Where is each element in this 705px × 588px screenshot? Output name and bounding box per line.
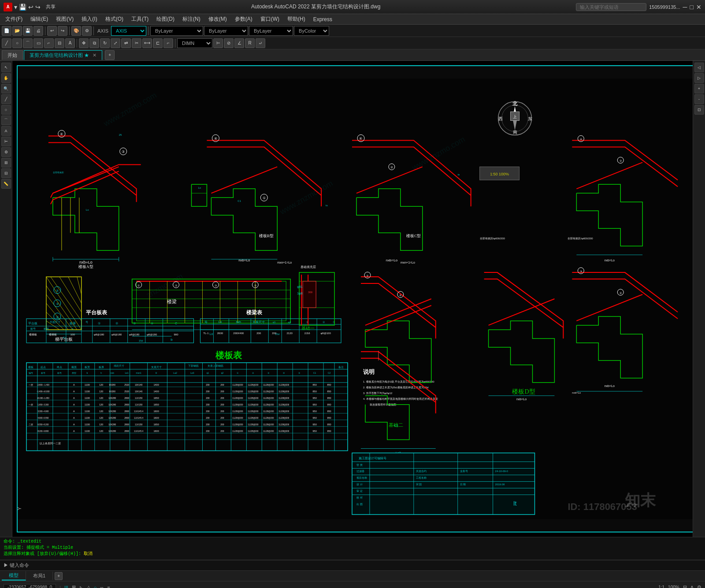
workspace-toggle[interactable]: ⚙ bbox=[697, 584, 701, 588]
canvas-area[interactable]: www.znzmo.com www.znzmo.com znzmo.com ww… bbox=[12, 61, 705, 537]
osnap-toggle[interactable]: ○ bbox=[94, 585, 97, 588]
menu-express[interactable]: Express bbox=[310, 15, 336, 23]
lwt-toggle[interactable]: ≡ bbox=[107, 585, 110, 588]
tb-plot[interactable]: 🖨 bbox=[33, 26, 43, 36]
command-input[interactable] bbox=[33, 563, 705, 568]
maximize-button[interactable]: □ bbox=[690, 4, 694, 11]
right-fit[interactable]: ⊡ bbox=[694, 105, 704, 115]
tool-dim[interactable]: ⊢ bbox=[1, 137, 11, 146]
tb-open[interactable]: 📂 bbox=[12, 26, 22, 36]
annotation-scale[interactable]: A bbox=[690, 585, 694, 588]
menu-dim[interactable]: 标注(N) bbox=[179, 15, 204, 24]
svg-text:24-10-09-0: 24-10-09-0 bbox=[495, 470, 508, 473]
minimize-button[interactable]: ─ bbox=[683, 4, 687, 11]
tb-save[interactable]: 💾 bbox=[23, 26, 33, 36]
color-dropdown[interactable]: ByLayer bbox=[204, 26, 248, 36]
tb-dim-radius[interactable]: R bbox=[245, 38, 255, 48]
tool-line[interactable]: ╱ bbox=[1, 94, 11, 104]
menu-format[interactable]: 格式(O) bbox=[102, 15, 127, 24]
lineweight-dropdown[interactable]: ByColor bbox=[294, 26, 329, 36]
tool-layer[interactable]: ⚙ bbox=[1, 147, 11, 157]
linetype-dropdown[interactable]: ByLayer bbox=[249, 26, 293, 36]
tb-copy[interactable]: ⧉ bbox=[89, 38, 99, 48]
tb-mirror[interactable]: ⇄ bbox=[121, 38, 131, 48]
tool-arc[interactable]: ⌒ bbox=[1, 115, 11, 125]
quick-access-undo[interactable]: ↩ bbox=[28, 4, 33, 11]
tb-undo[interactable]: ↩ bbox=[47, 26, 57, 36]
file-menu-icon[interactable]: ▾ bbox=[14, 4, 17, 11]
menu-params[interactable]: 参数(A) bbox=[231, 15, 256, 24]
tb-rotate[interactable]: ↻ bbox=[100, 38, 110, 48]
tb-properties[interactable]: ⚙ bbox=[82, 26, 92, 36]
tb-match[interactable]: 🎨 bbox=[71, 26, 81, 36]
tb-move[interactable]: ✥ bbox=[79, 38, 89, 48]
axis-dropdown[interactable]: AXIS bbox=[111, 26, 146, 36]
svg-text:200: 200 bbox=[206, 417, 210, 419]
tb-line[interactable]: ╱ bbox=[2, 38, 11, 48]
snap-toggle[interactable]: ||| bbox=[64, 585, 68, 588]
tb-scale[interactable]: ⤢ bbox=[111, 38, 120, 48]
right-zoom-out[interactable]: - bbox=[694, 94, 704, 104]
share-label[interactable]: 共享 bbox=[46, 4, 56, 10]
tool-hatch[interactable]: ⊟ bbox=[1, 168, 11, 178]
right-zoom-in[interactable]: + bbox=[694, 84, 704, 93]
user-profile[interactable]: 1505999135... bbox=[649, 4, 680, 10]
tb-dim-linear[interactable]: ⊢ bbox=[213, 38, 223, 48]
tb-polyline[interactable]: ⌐ bbox=[44, 38, 54, 48]
quick-access-save[interactable]: 💾 bbox=[19, 4, 26, 11]
search-input[interactable] bbox=[576, 3, 646, 11]
tb-leader[interactable]: ⤾ bbox=[256, 38, 265, 48]
drawing-tab[interactable]: 某剪力墙住宅结构设计图 ★ ✕ bbox=[24, 50, 102, 60]
tb-dim-angular[interactable]: ∠ bbox=[234, 38, 244, 48]
menu-edit[interactable]: 编辑(E) bbox=[27, 15, 52, 24]
tb-extend[interactable]: ⟷ bbox=[142, 38, 152, 48]
layer-dropdown[interactable]: ByLayer bbox=[150, 26, 203, 36]
menu-help[interactable]: 帮助(H) bbox=[284, 15, 309, 24]
coordinates-display[interactable]: -2370657, -6759988, 0 bbox=[4, 584, 56, 588]
tool-circle[interactable]: ○ bbox=[1, 105, 11, 115]
tool-zoom[interactable]: 🔍 bbox=[1, 84, 11, 93]
close-button[interactable]: ✕ bbox=[696, 4, 701, 11]
model-tab[interactable]: 模型 bbox=[2, 571, 26, 581]
tb-rect[interactable]: ▭ bbox=[33, 38, 43, 48]
menu-modify[interactable]: 修改(M) bbox=[205, 15, 230, 24]
right-tool-1[interactable]: ◁ bbox=[694, 63, 704, 72]
tb-arc[interactable]: ⌒ bbox=[23, 38, 33, 48]
menu-view[interactable]: 视图(V) bbox=[52, 15, 77, 24]
grid-toggle[interactable]: ⊞ bbox=[72, 584, 76, 588]
tool-measure[interactable]: 📏 bbox=[1, 179, 11, 189]
new-tab-button[interactable]: + bbox=[105, 50, 115, 60]
tb-offset[interactable]: ⊏ bbox=[153, 38, 163, 48]
menu-tools[interactable]: 工具(T) bbox=[128, 15, 152, 24]
tb-new[interactable]: 📄 bbox=[2, 26, 11, 36]
tool-pan[interactable]: ✋ bbox=[1, 73, 11, 83]
tool-select[interactable]: ↖ bbox=[1, 63, 11, 72]
right-tool-2[interactable]: ▷ bbox=[694, 73, 704, 83]
polar-toggle[interactable]: △ bbox=[87, 584, 90, 588]
tb-text[interactable]: A bbox=[65, 38, 75, 48]
quick-access-redo[interactable]: ↪ bbox=[35, 4, 41, 11]
menu-file[interactable]: 文件(F) bbox=[2, 15, 26, 24]
viewport-icon[interactable]: ⊟ bbox=[683, 584, 687, 588]
start-tab[interactable]: 开始 bbox=[2, 50, 23, 60]
tb-trim[interactable]: ✂ bbox=[132, 38, 141, 48]
otrack-toggle[interactable]: ∞ bbox=[100, 585, 104, 588]
layout1-tab[interactable]: 布局1 bbox=[26, 572, 53, 580]
ortho-toggle[interactable]: ⊾ bbox=[79, 584, 83, 588]
menu-window[interactable]: 窗口(W) bbox=[257, 15, 283, 24]
tb-hatch[interactable]: ⊟ bbox=[55, 38, 64, 48]
zoom-level[interactable]: 100% bbox=[668, 585, 679, 588]
tb-redo[interactable]: ↪ bbox=[58, 26, 67, 36]
tool-text[interactable]: A bbox=[1, 126, 11, 136]
tb-fillet[interactable]: ⌐ bbox=[163, 38, 173, 48]
menu-insert[interactable]: 插入(I) bbox=[78, 15, 100, 24]
dimn-dropdown[interactable]: DIMN bbox=[177, 38, 212, 48]
tb-circle[interactable]: ○ bbox=[12, 38, 22, 48]
menu-draw[interactable]: 绘图(D) bbox=[153, 15, 178, 24]
svg-text:200: 200 bbox=[206, 390, 210, 393]
cad-drawing[interactable]: 楼板A型 nxb=Lo ④ ③ 楼板B型 bbox=[17, 65, 701, 532]
tab-close[interactable]: ✕ bbox=[93, 52, 96, 58]
tb-dim-aligned[interactable]: ⊘ bbox=[224, 38, 234, 48]
tool-block[interactable]: ⊞ bbox=[1, 158, 11, 167]
add-layout-button[interactable]: + bbox=[55, 572, 63, 580]
